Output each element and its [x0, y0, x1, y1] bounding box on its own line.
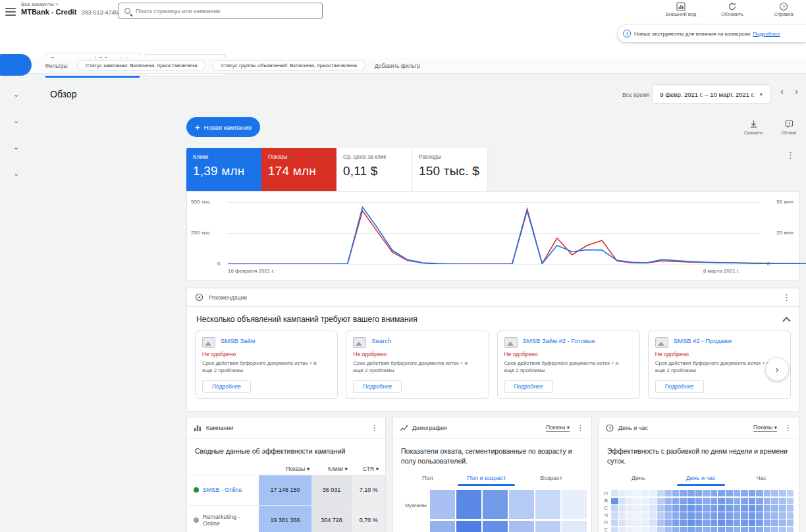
download-button[interactable]: Скачать — [739, 120, 768, 136]
heatmap-cell — [634, 498, 641, 504]
rail-expand-icon-4[interactable]: ⌄ — [13, 169, 19, 178]
account-id: 393-513-4745 — [81, 9, 118, 16]
heatmap-cell — [734, 498, 741, 504]
campaign-link[interactable]: SMSB - Online — [203, 487, 242, 493]
metric-label: Показы▾ — [268, 153, 330, 160]
day-hour-tab-1[interactable]: День — [628, 472, 649, 486]
breadcrumb[interactable]: Все аккаунты > — [21, 1, 123, 7]
rail-expand-icon-3[interactable]: ⌄ — [13, 143, 19, 151]
heatmap-cell — [687, 505, 695, 512]
rail-expand-icon-2[interactable]: ⌄ — [13, 117, 19, 125]
demographics-tab-2[interactable]: Пол и возраст — [463, 472, 510, 486]
new-campaign-button[interactable]: + Новая кампания — [186, 117, 260, 137]
rec-details-button[interactable]: Подробнее — [202, 380, 251, 393]
column-header-ctr[interactable]: CTR ▾ — [348, 466, 379, 472]
demographics-tab-1[interactable]: Пол — [418, 472, 437, 486]
rail-expand-icon-1[interactable]: ⌄ — [13, 90, 19, 99]
heatmap-cell — [657, 519, 664, 526]
heatmap-cell — [649, 490, 657, 496]
rec-card-top: SMSB Займ — [202, 337, 331, 348]
metric-card-2[interactable]: Показы▾174 млн — [261, 148, 336, 192]
metric-name: Показы — [268, 153, 287, 160]
left-axis-tick: 250 тыс. — [191, 230, 211, 236]
day-hour-tab-3[interactable]: Час — [753, 472, 771, 486]
main-menu-icon[interactable] — [5, 6, 16, 15]
heatmap-cell — [672, 490, 680, 496]
heatmap-cell — [657, 512, 664, 519]
demographics-tab-3[interactable]: Возраст — [536, 472, 566, 486]
heatmap-cell — [657, 490, 664, 496]
demographics-tabs: ПолПол и возрастВозраст — [393, 469, 591, 486]
rec-card-title-link[interactable]: SMSB Займ — [221, 337, 255, 344]
rec-card-title-link[interactable]: SMSB Займ #2 - Готовые — [523, 337, 595, 344]
heatmap-cell — [756, 512, 763, 519]
heatmap-cell — [756, 505, 763, 512]
heatmap-cell — [619, 505, 626, 512]
filter-chip-1[interactable]: Статус кампании: Включена, приостановлен… — [77, 60, 206, 71]
heatmap-cell — [680, 505, 687, 512]
date-range-picker[interactable]: 9 февр. 2021 г. – 10 март. 2021 г. ▾ — [652, 84, 770, 104]
heatmap-cell — [771, 490, 778, 496]
campaign-name-cell: Remarketing - Online — [187, 506, 259, 532]
column-header-показы[interactable]: Показы ▾ — [261, 466, 309, 472]
demographics-metric-selector[interactable]: Показы ▾ — [546, 424, 570, 432]
appearance-icon — [664, 2, 698, 11]
heatmap-cell — [695, 490, 703, 496]
heatmap-cell — [771, 505, 778, 512]
add-filter-button[interactable]: Добавить фильтр — [375, 63, 420, 69]
recommendations-heading: Несколько объявлений кампаний требуют ва… — [196, 315, 417, 324]
heatmap-cell — [649, 512, 657, 519]
rec-details-button[interactable]: Подробнее — [504, 380, 553, 393]
metrics-kebab-menu[interactable]: ⋮ — [786, 150, 795, 160]
heatmap-cell — [641, 512, 649, 519]
heatmap-cell — [562, 521, 587, 532]
column-header-клики[interactable]: Клики ▾ — [309, 466, 348, 472]
heatmap-cell — [456, 521, 481, 532]
recommendations-kebab-menu[interactable]: ⋮ — [782, 292, 791, 302]
heatmap-cell — [687, 490, 695, 496]
clock-icon — [606, 424, 614, 432]
collapse-icon[interactable] — [782, 317, 791, 325]
rec-details-button[interactable]: Подробнее — [353, 380, 402, 393]
rec-card-title-link[interactable]: SMSB #2 - Продажи — [674, 337, 732, 344]
heatmap-cell — [672, 512, 680, 519]
day-hour-tab-2[interactable]: День и час — [682, 472, 720, 486]
search-input[interactable] — [136, 8, 317, 14]
sidebar-active-item[interactable] — [0, 54, 32, 76]
day-hour-kebab-menu[interactable]: ⋮ — [784, 423, 792, 433]
metric-card-1[interactable]: Клики▾1,39 млн — [186, 148, 261, 192]
day-hour-metric-selector[interactable]: Показы ▾ — [753, 424, 777, 432]
demographics-card-subtitle: Показатели охвата, сегментированные по в… — [393, 439, 591, 469]
global-search[interactable] — [119, 3, 323, 19]
heatmap-cell — [741, 505, 748, 512]
recommendation-card-1: SMSB ЗаймНе одобреноСрок действия буферн… — [195, 331, 338, 399]
toast-link[interactable]: Подробнее — [753, 31, 780, 37]
date-next-icon[interactable]: › — [795, 86, 798, 97]
header-action-help[interactable]: ?Справка — [766, 2, 801, 17]
rec-card-title-link[interactable]: Search — [371, 337, 391, 344]
date-prev-icon[interactable]: ‹ — [780, 86, 784, 97]
heatmap-cell — [703, 490, 710, 496]
header-action-refresh[interactable]: Обновить — [715, 2, 749, 17]
feedback-button[interactable]: Отзыв — [774, 120, 803, 136]
series-Клики — [228, 207, 806, 265]
demographics-kebab-menu[interactable]: ⋮ — [576, 423, 585, 433]
header-action-appearance[interactable]: Внешний вид — [664, 2, 698, 17]
heatmap-cell — [430, 490, 455, 519]
metric-card-3[interactable]: Ср. цена за клик0,11 $ — [336, 148, 412, 192]
heatmap-cell — [779, 498, 786, 504]
ad-image-icon — [202, 337, 215, 348]
heatmap-cell — [626, 512, 633, 519]
heatmap-cell — [634, 527, 641, 532]
campaigns-kebab-menu[interactable]: ⋮ — [370, 423, 379, 433]
x-axis-start-label: 16 февраля 2021 г. — [228, 268, 275, 274]
page-title: Обзор — [50, 89, 76, 99]
next-page-button[interactable]: › — [766, 358, 788, 381]
metric-card-4[interactable]: Расходы150 тыс. $ — [412, 148, 487, 192]
metric-cell: 0,70 % — [352, 506, 385, 532]
rec-details-button[interactable]: Подробнее — [655, 380, 704, 393]
account-switcher[interactable]: Все аккаунты > MTBank - Credit 393-513-4… — [21, 1, 123, 16]
filter-chip-2[interactable]: Статус группы объявлений: Включена, прио… — [212, 60, 365, 71]
rec-status-badge: Не одобрено — [353, 351, 481, 358]
campaign-link[interactable]: Remarketing - Online — [203, 514, 256, 527]
